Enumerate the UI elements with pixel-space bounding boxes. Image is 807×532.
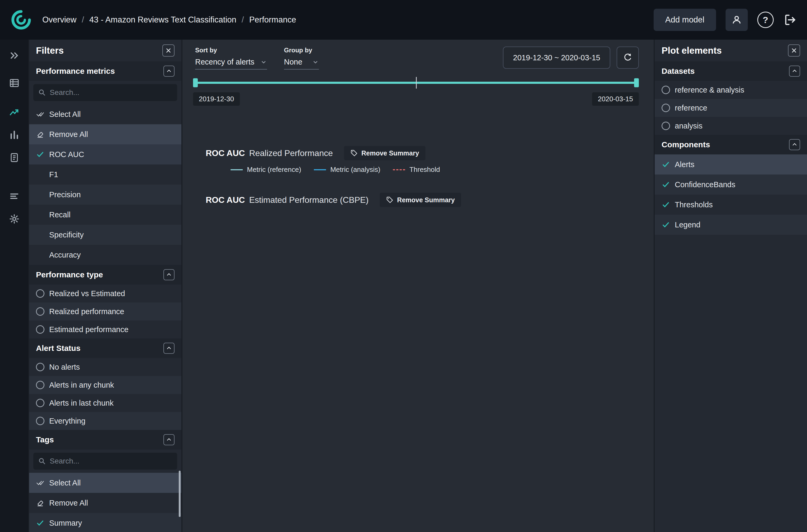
tags-remove-all[interactable]: Remove All xyxy=(29,493,181,513)
tag-item-summary[interactable]: Summary xyxy=(29,513,181,532)
dataset-option-reference[interactable]: reference xyxy=(655,99,807,117)
rail-logs-button[interactable] xyxy=(9,191,20,202)
tag-icon xyxy=(350,149,358,157)
sidebar-scrollbar[interactable] xyxy=(179,471,180,517)
perf-type-option-realized-vs-estimated[interactable]: Realized vs Estimated xyxy=(29,285,181,303)
rail-report-button[interactable] xyxy=(9,152,20,163)
component-item-thresholds[interactable]: Thresholds xyxy=(655,195,807,215)
tags-select-all[interactable]: Select All xyxy=(29,473,181,493)
check-icon xyxy=(662,201,670,209)
legend-label: Threshold xyxy=(409,166,440,174)
check-icon xyxy=(662,160,670,168)
legend-label: Metric (analysis) xyxy=(330,166,380,174)
search-icon xyxy=(38,89,46,96)
components-section-title: Components xyxy=(661,140,710,149)
topbar-actions: Add model ? xyxy=(654,9,797,31)
metric-item-specificity[interactable]: Specificity xyxy=(29,225,181,245)
remove-summary-button[interactable]: Remove Summary xyxy=(380,193,461,207)
dataset-option-analysis[interactable]: analysis xyxy=(655,117,807,135)
chart-subtitle: Realized Performance xyxy=(249,148,333,158)
radio-icon xyxy=(36,289,44,298)
breadcrumb-separator: / xyxy=(82,15,84,24)
radio-label: Estimated performance xyxy=(49,325,129,334)
metrics-collapse-button[interactable] xyxy=(164,65,174,77)
perf-type-option-realized[interactable]: Realized performance xyxy=(29,303,181,321)
metrics-remove-all[interactable]: Remove All xyxy=(29,124,181,145)
alert-status-option-any-chunk[interactable]: Alerts in any chunk xyxy=(29,376,181,394)
metric-item-f1[interactable]: F1 xyxy=(29,165,181,185)
chart-title-row: ROC AUC Estimated Performance (CBPE) Rem… xyxy=(206,193,654,207)
slider-handle-end[interactable] xyxy=(634,78,639,87)
alert-status-collapse-button[interactable] xyxy=(164,343,174,354)
tags-search-input[interactable] xyxy=(50,457,172,466)
date-range-slider[interactable] xyxy=(193,77,639,89)
user-button[interactable] xyxy=(726,9,748,31)
plot-elements-close-button[interactable] xyxy=(788,44,800,57)
date-range-button[interactable]: 2019-12-30 ~ 2020-03-15 xyxy=(503,46,610,69)
remove-summary-label: Remove Summary xyxy=(397,196,455,204)
radio-icon xyxy=(661,103,670,112)
help-button[interactable]: ? xyxy=(757,12,774,28)
breadcrumb-performance[interactable]: Performance xyxy=(249,15,296,24)
performance-type-title: Performance type xyxy=(36,270,103,279)
reference-line-swatch xyxy=(231,169,243,170)
alert-status-option-everything[interactable]: Everything xyxy=(29,412,181,430)
rail-settings-button[interactable] xyxy=(9,214,20,224)
chevron-down-icon xyxy=(260,59,267,65)
legend-label: Metric (reference) xyxy=(247,166,301,174)
filters-close-button[interactable] xyxy=(162,44,174,57)
breadcrumb-model[interactable]: 43 - Amazon Reviews Text Classification xyxy=(89,15,236,24)
rail-performance-button[interactable] xyxy=(9,107,20,117)
chevron-up-icon xyxy=(166,345,172,352)
metrics-search-input[interactable] xyxy=(50,88,172,97)
component-item-label: ConfidenceBands xyxy=(675,180,735,189)
tags-title: Tags xyxy=(36,435,54,444)
remove-summary-button[interactable]: Remove Summary xyxy=(344,146,425,160)
realized-performance-chart: ROC AUC Realized Performance Remove Summ… xyxy=(182,146,654,174)
perf-type-option-estimated[interactable]: Estimated performance xyxy=(29,321,181,339)
performance-type-collapse-button[interactable] xyxy=(164,269,174,280)
metric-item-accuracy[interactable]: Accuracy xyxy=(29,245,181,265)
breadcrumb-overview[interactable]: Overview xyxy=(42,15,76,24)
estimated-performance-chart: ROC AUC Estimated Performance (CBPE) Rem… xyxy=(182,193,654,207)
metric-item-precision[interactable]: Precision xyxy=(29,185,181,205)
legend-item-threshold[interactable]: Threshold xyxy=(393,166,440,174)
sort-by-select[interactable]: Recency of alerts xyxy=(195,58,267,70)
plot-elements-panel: Plot elements Datasets reference & analy… xyxy=(654,40,807,532)
rail-bar-chart-button[interactable] xyxy=(9,130,20,140)
component-item-legend[interactable]: Legend xyxy=(655,215,807,235)
group-by-select[interactable]: None xyxy=(284,58,319,70)
slider-position-marker[interactable] xyxy=(416,77,417,89)
tag-item-label: Summary xyxy=(49,519,82,528)
filters-panel: Filters Performance metrics xyxy=(29,40,182,532)
metrics-select-all[interactable]: Select All xyxy=(29,104,181,124)
metric-item-roc-auc[interactable]: ROC AUC xyxy=(29,145,181,165)
dataset-option-reference-and-analysis[interactable]: reference & analysis xyxy=(655,81,807,99)
expand-sidebar-button[interactable] xyxy=(9,50,20,61)
breadcrumb-separator: / xyxy=(242,15,244,24)
close-icon xyxy=(791,47,798,54)
app-logo[interactable] xyxy=(10,9,32,31)
metric-item-recall[interactable]: Recall xyxy=(29,205,181,225)
component-item-alerts[interactable]: Alerts xyxy=(655,154,807,174)
alert-status-option-no-alerts[interactable]: No alerts xyxy=(29,358,181,376)
slider-handle-start[interactable] xyxy=(193,78,198,87)
metric-item-label: Recall xyxy=(49,210,71,219)
chevron-up-icon xyxy=(791,141,798,148)
table-icon xyxy=(9,78,20,88)
double-chevron-right-icon xyxy=(9,50,20,61)
chevron-up-icon xyxy=(166,437,172,443)
logout-button[interactable] xyxy=(783,13,797,27)
legend-item-reference[interactable]: Metric (reference) xyxy=(231,166,301,174)
add-model-button[interactable]: Add model xyxy=(654,9,716,31)
legend-item-analysis[interactable]: Metric (analysis) xyxy=(314,166,380,174)
refresh-button[interactable] xyxy=(617,46,639,69)
remove-summary-label: Remove Summary xyxy=(362,149,419,157)
datasets-collapse-button[interactable] xyxy=(789,65,800,77)
chevron-up-icon xyxy=(791,68,798,74)
rail-table-button[interactable] xyxy=(9,78,20,88)
components-collapse-button[interactable] xyxy=(789,139,800,150)
alert-status-option-last-chunk[interactable]: Alerts in last chunk xyxy=(29,394,181,412)
tags-collapse-button[interactable] xyxy=(164,434,174,445)
component-item-confidence-bands[interactable]: ConfidenceBands xyxy=(655,174,807,195)
